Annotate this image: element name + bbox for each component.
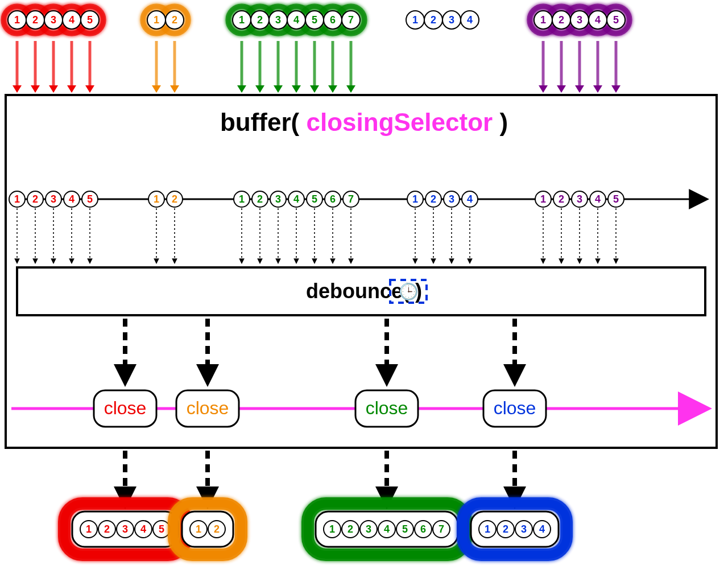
svg-text:3: 3 xyxy=(366,523,371,535)
svg-text:close: close xyxy=(104,398,147,418)
burst-blue: 1234 xyxy=(406,11,479,29)
marble-green-7: 7 xyxy=(343,191,359,207)
close-pill-blue: close xyxy=(483,390,546,427)
source-bursts-top: 12345121234567123412345 xyxy=(2,5,631,35)
svg-text:1: 1 xyxy=(412,193,418,205)
svg-text:2: 2 xyxy=(431,193,436,205)
svg-text:6: 6 xyxy=(420,523,426,535)
svg-text:3: 3 xyxy=(521,523,527,535)
marble-blue-2: 2 xyxy=(425,191,441,207)
svg-text:1: 1 xyxy=(540,193,546,205)
svg-text:close: close xyxy=(187,398,229,418)
svg-text:2: 2 xyxy=(257,193,263,205)
marble-blue-3: 3 xyxy=(444,191,460,207)
svg-text:7: 7 xyxy=(439,523,444,535)
svg-text:4: 4 xyxy=(293,14,299,26)
output-buffer-blue: 1234 xyxy=(463,504,566,555)
svg-text:5: 5 xyxy=(613,14,619,26)
svg-text:4: 4 xyxy=(293,193,299,205)
svg-text:6: 6 xyxy=(330,14,336,26)
close-pill-green: close xyxy=(355,390,418,427)
svg-text:4: 4 xyxy=(539,523,545,535)
svg-text:5: 5 xyxy=(613,193,619,205)
svg-text:4: 4 xyxy=(384,523,390,535)
svg-text:1: 1 xyxy=(239,14,245,26)
svg-text:1: 1 xyxy=(196,523,201,535)
svg-text:4: 4 xyxy=(467,193,473,205)
marble-red-5: 5 xyxy=(82,191,98,207)
marble-purple-4: 4 xyxy=(590,191,606,207)
marble-green-1: 1 xyxy=(234,191,250,207)
clock-icon: 🕒 xyxy=(399,282,419,301)
marble-purple-1: 1 xyxy=(535,191,551,207)
marble-purple-2: 2 xyxy=(553,191,569,207)
svg-text:1: 1 xyxy=(485,523,490,535)
svg-text:2: 2 xyxy=(559,193,564,205)
marble-green-4: 4 xyxy=(288,191,304,207)
svg-text:6: 6 xyxy=(330,193,336,205)
burst-orange: 12 xyxy=(142,5,189,35)
marble-green-3: 3 xyxy=(270,191,286,207)
title-suffix: ) xyxy=(493,108,508,136)
marble-green-5: 5 xyxy=(307,191,322,207)
svg-text:close: close xyxy=(366,398,408,418)
svg-text:2: 2 xyxy=(348,523,353,535)
close-pill-red: close xyxy=(94,390,156,427)
svg-text:4: 4 xyxy=(69,193,75,205)
output-buffer-red: 12345 xyxy=(64,504,186,555)
svg-text:5: 5 xyxy=(87,193,93,205)
svg-text:2: 2 xyxy=(559,14,564,26)
svg-text:1: 1 xyxy=(86,523,92,535)
svg-text:3: 3 xyxy=(51,193,56,205)
svg-text:7: 7 xyxy=(348,14,354,26)
svg-text:1: 1 xyxy=(540,14,546,26)
svg-text:3: 3 xyxy=(449,193,454,205)
marble-green-2: 2 xyxy=(252,191,268,207)
svg-text:2: 2 xyxy=(257,14,263,26)
svg-text:4: 4 xyxy=(140,523,146,535)
svg-text:4: 4 xyxy=(595,14,601,26)
svg-text:2: 2 xyxy=(431,14,436,26)
top-down-arrows xyxy=(13,40,621,93)
svg-text:3: 3 xyxy=(275,14,281,26)
svg-text:close: close xyxy=(494,398,536,418)
svg-text:2: 2 xyxy=(32,14,38,26)
svg-text:1: 1 xyxy=(154,193,159,205)
svg-text:1: 1 xyxy=(14,14,20,26)
svg-text:2: 2 xyxy=(503,523,508,535)
operator-title: buffer( closingSelector ) xyxy=(220,108,508,136)
marble-purple-3: 3 xyxy=(572,191,588,207)
title-prefix: buffer( xyxy=(220,108,307,136)
marble-red-4: 4 xyxy=(64,191,80,207)
svg-text:2: 2 xyxy=(214,523,220,535)
svg-text:3: 3 xyxy=(51,14,56,26)
svg-text:3: 3 xyxy=(577,14,582,26)
svg-text:2: 2 xyxy=(172,14,177,26)
marble-blue-1: 1 xyxy=(407,191,423,207)
output-buffer-orange: 12 xyxy=(174,504,241,555)
buffer-marble-diagram: 12345121234567123412345 buffer( closingS… xyxy=(0,0,728,569)
marble-orange-1: 1 xyxy=(148,191,164,207)
close-pill-orange: close xyxy=(176,390,239,427)
marble-green-6: 6 xyxy=(325,191,341,207)
svg-text:3: 3 xyxy=(122,523,128,535)
svg-text:2: 2 xyxy=(32,193,38,205)
svg-text:5: 5 xyxy=(159,523,164,535)
svg-text:1: 1 xyxy=(154,14,159,26)
svg-text:4: 4 xyxy=(595,193,601,205)
svg-text:3: 3 xyxy=(577,193,582,205)
svg-text:1: 1 xyxy=(412,14,418,26)
svg-text:3: 3 xyxy=(275,193,281,205)
output-arrows xyxy=(125,451,515,498)
burst-purple: 12345 xyxy=(528,5,631,35)
svg-text:4: 4 xyxy=(69,14,75,26)
svg-text:2: 2 xyxy=(104,523,110,535)
svg-text:1: 1 xyxy=(239,193,245,205)
marble-blue-4: 4 xyxy=(462,191,478,207)
burst-red: 12345 xyxy=(2,5,105,35)
output-buffer-green: 1234567 xyxy=(308,504,466,555)
svg-text:1: 1 xyxy=(14,193,20,205)
svg-text:4: 4 xyxy=(467,14,473,26)
marble-orange-2: 2 xyxy=(167,191,183,207)
burst-green: 1234567 xyxy=(227,5,366,35)
